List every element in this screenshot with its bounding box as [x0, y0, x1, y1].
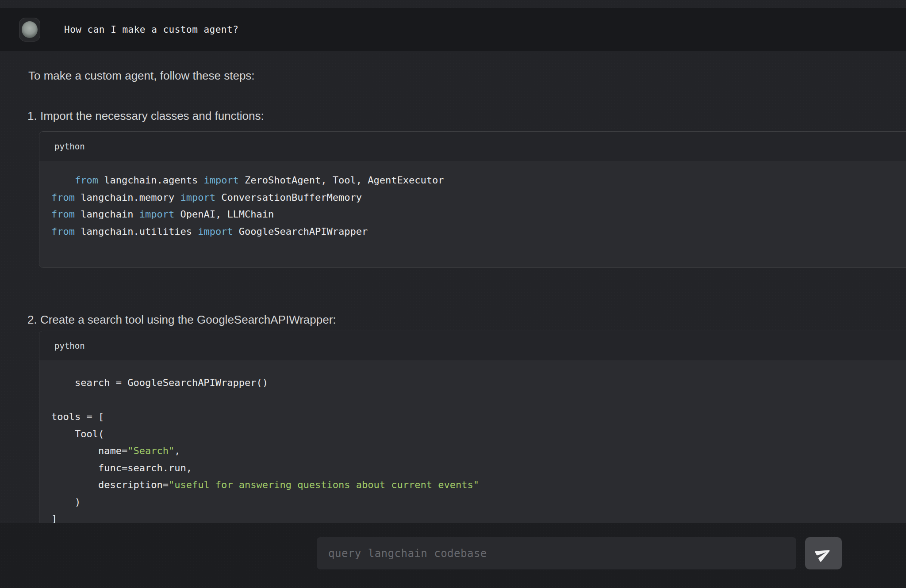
code-block-header: python — [39, 331, 906, 360]
user-question-text: How can I make a custom agent? — [64, 24, 238, 35]
user-avatar — [19, 18, 40, 42]
answer-intro-text: To make a custom agent, follow these ste… — [28, 69, 255, 83]
avatar-circle-icon — [22, 21, 38, 38]
code-block-imports: python from langchain.agents import Zero… — [39, 131, 906, 268]
app-window: { "header": { "question": "How can I mak… — [0, 0, 906, 588]
code-block-header: python — [39, 132, 906, 161]
code-content[interactable]: from langchain.agents import ZeroShotAge… — [39, 161, 906, 268]
code-language-label: python — [54, 341, 85, 351]
paper-plane-icon — [815, 545, 832, 562]
composer-bar — [0, 523, 906, 588]
send-button[interactable] — [805, 537, 842, 569]
answer-step-1-label: 1. Import the necessary classes and func… — [27, 109, 264, 123]
code-language-label: python — [54, 141, 85, 151]
question-header-bar: How can I make a custom agent? — [0, 8, 906, 51]
query-input[interactable] — [317, 537, 796, 569]
answer-step-2-label: 2. Create a search tool using the Google… — [27, 313, 336, 327]
